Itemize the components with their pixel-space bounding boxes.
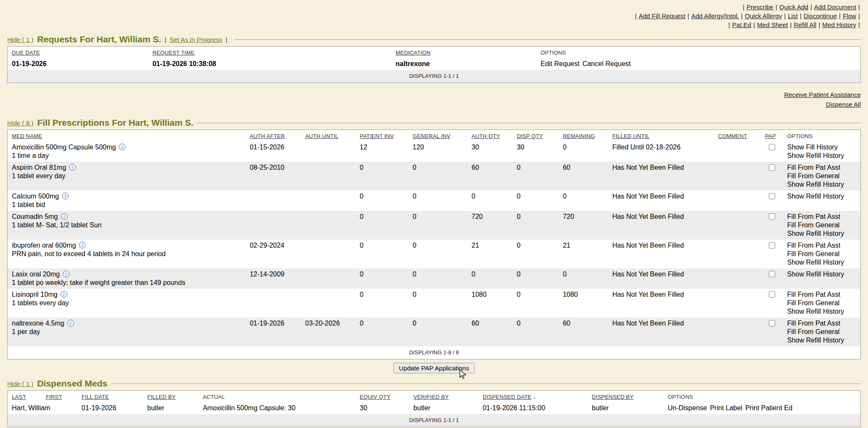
col-request-time[interactable]: REQUEST TIME [153,50,195,56]
info-icon[interactable]: i [67,320,74,326]
fill-header-row: MED NAME AUTH AFTER AUTH UNTIL PATIENT I… [8,130,861,142]
col-due-date[interactable]: DUE DATE [12,50,40,56]
pap-checkbox[interactable] [769,144,775,150]
show-refill-history-link[interactable]: Show Refill History [787,336,856,345]
auth-after-cell [245,191,301,211]
request-time-cell: 01-19-2026 10:38:08 [148,58,392,70]
prescription-options-cell: Fill From Pat AsstFill From GeneralShow … [783,289,860,318]
show-refill-history-link[interactable]: Show Refill History [787,192,856,201]
info-icon[interactable]: i [119,144,125,150]
receive-patient-assistance-link[interactable]: Receive Patient Assistance [7,90,861,99]
nav-link-quick-allergy[interactable]: Quick Allergy [745,12,782,19]
patient-inv-cell: 0 [356,318,409,346]
separator: | [741,12,743,19]
fill-from-pat-asst-link[interactable]: Fill From Pat Asst [787,213,856,221]
nav-link-quick-add[interactable]: Quick Add [779,3,808,11]
fill-from-pat-asst-link[interactable]: Fill From Pat Asst [787,319,856,328]
mouse-cursor [458,369,468,379]
nav-link-med-sheet[interactable]: Med Sheet [757,21,788,28]
info-icon[interactable]: i [61,291,67,298]
show-refill-history-link[interactable]: Show Refill History [787,307,856,316]
pap-checkbox[interactable] [769,271,775,277]
remaining-cell: 60 [559,318,608,346]
pap-checkbox[interactable] [769,164,775,171]
col-last[interactable]: LAST [12,394,26,400]
col-equiv-qty[interactable]: EQUIV QTY [360,394,391,400]
equiv-qty-cell: 30 [356,402,409,414]
info-icon[interactable]: i [61,213,68,220]
show-refill-history-link[interactable]: Show Refill History [787,270,856,279]
info-icon[interactable]: i [69,164,76,171]
edit-request-link[interactable]: Edit Request [541,60,580,67]
col-filled-by[interactable]: FILLED BY [147,394,176,400]
med-sig: 1 tablet M- Sat, 1/2 tablet Sun [12,221,241,229]
nav-link-med-history[interactable]: Med History [822,21,856,28]
fill-from-pat-asst-link[interactable]: Fill From Pat Asst [787,290,856,299]
nav-link-pat-ed[interactable]: Pat.Ed [732,21,751,28]
un-dispense-link[interactable]: Un-Dispense [668,404,707,411]
pap-checkbox[interactable] [769,242,775,249]
nav-link-list[interactable]: List [788,12,798,19]
col-fill-date[interactable]: FILL DATE [82,394,109,400]
info-icon[interactable]: i [63,271,70,277]
col-general-inv[interactable]: GENERAL INV [413,133,451,139]
col-comment[interactable]: COMMENT [718,133,747,139]
nav-link-add-allergy-intol[interactable]: Add Allergy/Intol. [691,12,739,19]
nav-link-flow[interactable]: Flow [843,12,856,19]
nav-link-refill-all[interactable]: Refill All [794,21,816,28]
pap-cell [761,141,783,162]
nav-link-add-document[interactable]: Add Document [814,3,856,11]
sort-descending-icon[interactable]: ↓ [533,394,536,400]
col-auth-after[interactable]: AUTH AFTER [250,133,285,139]
show-refill-history-link[interactable]: Show Refill History [787,152,856,160]
print-patient-ed-link[interactable]: Print Patient Ed [745,404,792,411]
col-med-name[interactable]: MED NAME [12,133,42,139]
dispense-all-link[interactable]: Dispense All [7,99,861,109]
info-icon[interactable]: i [79,242,86,249]
show-refill-history-link[interactable]: Show Refill History [787,229,856,238]
dispensed-hide-link[interactable]: Hide ( 1 ) [7,380,33,387]
show-fill-history-link[interactable]: Show Fill History [787,143,856,152]
pap-checkbox[interactable] [769,213,775,220]
col-patient-inv[interactable]: PATIENT INV [360,133,394,139]
nav-link-add-fill-request[interactable]: Add Fill Request [639,12,685,19]
fill-from-general-link[interactable]: Fill From General [787,172,856,180]
nav-link-prescribe[interactable]: Prescribe [746,3,773,11]
med-name-cell: ibuprofen oral 600mgi PRN pain, not to e… [8,240,246,268]
col-disp-qty[interactable]: DISP QTY [517,133,543,139]
col-dispensed-date[interactable]: DISPENSED DATE [483,394,531,400]
cancel-request-link[interactable]: Cancel Request [582,60,631,67]
separator: | [164,36,166,43]
col-dispensed-by[interactable]: DISPENSED BY [592,394,634,400]
show-refill-history-link[interactable]: Show Refill History [787,180,856,189]
fill-from-pat-asst-link[interactable]: Fill From Pat Asst [787,241,856,250]
pap-checkbox[interactable] [769,320,775,326]
med-sig: 1 tablets every day [12,299,241,307]
col-auth-qty[interactable]: AUTH QTY [472,133,500,139]
info-icon[interactable]: i [62,193,69,199]
fill-from-general-link[interactable]: Fill From General [787,328,856,336]
pap-checkbox[interactable] [769,291,775,298]
fill-from-general-link[interactable]: Fill From General [787,250,856,258]
auth-after-cell [245,289,301,318]
pap-checkbox[interactable] [769,193,775,199]
prescription-row: naltrexone 4.5mgi 1 per day 01-19-2026 0… [8,318,861,346]
col-pap[interactable]: PAP [765,133,776,139]
col-remaining[interactable]: REMAINING [563,133,595,139]
print-label-link[interactable]: Print Label [710,404,743,411]
fill-from-general-link[interactable]: Fill From General [787,299,856,307]
nav-link-discontinue[interactable]: Discontinue [804,12,837,19]
col-auth-until[interactable]: AUTH UNTIL [305,133,339,139]
set-as-in-progress-link[interactable]: Set As In Progress [170,36,222,43]
med-sig: 1 tablet po weekly; take if weight great… [12,279,241,287]
fill-hide-link[interactable]: Hide ( 8 ) [7,119,33,127]
auth-until-cell [301,162,356,191]
col-medication[interactable]: MEDICATION [395,50,431,56]
col-first[interactable]: FIRST [46,394,62,400]
col-filled-until[interactable]: FILLED UNTIL [612,133,650,139]
fill-from-general-link[interactable]: Fill From General [787,221,856,229]
requests-hide-link[interactable]: Hide ( 1 ) [7,36,33,43]
show-refill-history-link[interactable]: Show Refill History [787,258,856,267]
fill-from-pat-asst-link[interactable]: Fill From Pat Asst [787,163,856,172]
col-verified-by[interactable]: VERIFIED BY [414,394,449,400]
